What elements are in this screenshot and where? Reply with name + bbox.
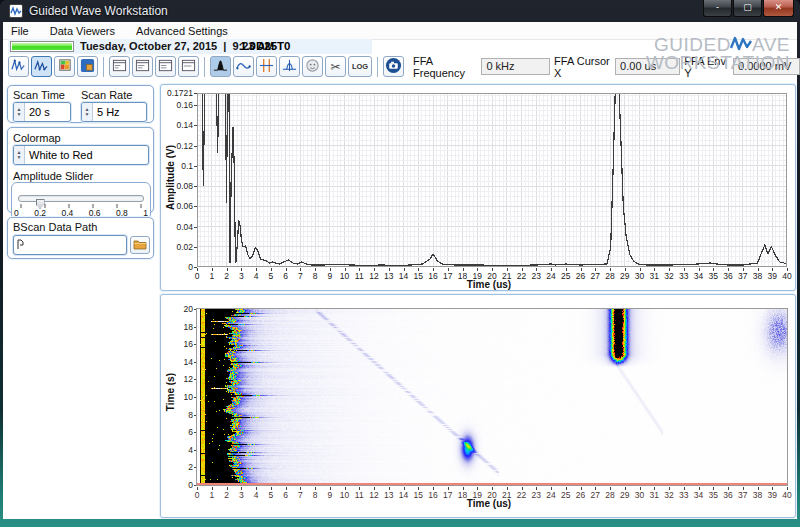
sound-face-button[interactable] [302, 56, 323, 77]
peak-view-button[interactable] [210, 56, 231, 77]
x-tick-label: 39 [764, 271, 780, 281]
x-tick-label: 9 [322, 490, 338, 500]
x-tick-label: 4 [248, 490, 264, 500]
x-tick-label: 33 [676, 271, 692, 281]
y-tick-label: 4 [175, 445, 193, 455]
waveform-points-button[interactable] [8, 56, 29, 77]
face-icon [305, 58, 320, 76]
y-tick-label: 0.1721 [161, 88, 193, 98]
spinner-arrows-icon[interactable]: ▲▼ [14, 146, 25, 164]
scan-rate-label: Scan Rate [81, 89, 132, 101]
y-tick-label: 8 [175, 410, 193, 420]
x-tick-label: 0 [189, 490, 205, 500]
envelope-icon [236, 58, 251, 76]
x-tick-label: 25 [558, 490, 574, 500]
x-tick-label: 11 [351, 490, 367, 500]
y-tick-label: 12 [175, 374, 193, 384]
window-int-button[interactable] [132, 56, 153, 77]
close-button[interactable]: ✕ [763, 0, 794, 17]
x-tick-label: 6 [278, 271, 294, 281]
colormap-chart-button[interactable] [54, 56, 75, 77]
slider-track[interactable] [18, 195, 144, 202]
envelope-view-button[interactable] [233, 56, 254, 77]
window-title: Guided Wave Workstation [29, 4, 168, 18]
x-tick-label: 3 [233, 490, 249, 500]
x-tick-label: 8 [307, 490, 323, 500]
toolbar-separator [377, 57, 378, 77]
x-tick-label: 35 [705, 271, 721, 281]
bscan-path-input[interactable] [13, 235, 127, 255]
scan-time-spinner[interactable]: ▲▼ 20 s [13, 102, 71, 122]
cursors-button[interactable] [256, 56, 277, 77]
y-tick-label: 10 [175, 392, 193, 402]
x-tick-label: 5 [263, 271, 279, 281]
y-tick-label: 0.14 [161, 120, 193, 130]
ascan-chart: Amplitude (V) 00.020.040.060.080.10.120.… [160, 84, 796, 291]
ffa-frequency-value[interactable]: 0 kHz [481, 58, 550, 75]
folder-icon [133, 238, 147, 253]
x-tick-label: 14 [396, 490, 412, 500]
x-tick-label: 38 [750, 271, 766, 281]
display-settings-group: Colormap ▲▼ White to Red Amplitude Slide… [7, 127, 154, 213]
window-int-icon [135, 58, 150, 76]
y-tick-label: 20 [175, 304, 193, 314]
log-button[interactable]: LOG [348, 56, 372, 77]
window-bsc-button[interactable] [178, 56, 199, 77]
spinner-arrows-icon[interactable]: ▲▼ [82, 103, 93, 121]
x-tick-label: 12 [366, 490, 382, 500]
y-tick-label: 14 [175, 357, 193, 367]
x-tick-label: 28 [602, 271, 618, 281]
ascan-y-axis-title: Amplitude (V) [165, 145, 176, 210]
logo-wave-icon [730, 36, 753, 54]
scissors-button[interactable]: ✂ [325, 56, 346, 77]
x-tick-label: 26 [573, 271, 589, 281]
x-tick-label: 4 [248, 271, 264, 281]
plot-cursor-button[interactable] [279, 56, 300, 77]
path-glyph-icon [17, 236, 25, 254]
bscan-plot-area[interactable] [196, 308, 788, 486]
x-tick-label: 38 [750, 490, 766, 500]
menu-file[interactable]: File [3, 22, 38, 40]
y-tick-label: 0 [175, 480, 193, 490]
amplitude-slider[interactable]: 00.20.40.60.81 [11, 182, 151, 220]
scan-settings-group: Scan Time Scan Rate ▲▼ 20 s ▲▼ 5 Hz [7, 85, 154, 123]
data-folder-button[interactable] [77, 56, 98, 77]
ffa-cursor-x-label: FFA Cursor X [554, 55, 611, 79]
x-tick-label: 5 [263, 490, 279, 500]
scan-rate-spinner[interactable]: ▲▼ 5 Hz [81, 102, 147, 122]
x-tick-label: 15 [410, 271, 426, 281]
colormap-chart-icon [57, 58, 72, 76]
x-tick-label: 27 [587, 490, 603, 500]
x-tick-label: 34 [691, 271, 707, 281]
x-tick-label: 6 [278, 490, 294, 500]
toolbar-separator [204, 57, 205, 77]
x-tick-label: 29 [617, 271, 633, 281]
maximize-button[interactable]: ▢ [733, 0, 762, 17]
window-dya-button[interactable] [155, 56, 176, 77]
ascan-plot-area[interactable] [197, 93, 787, 267]
cursors-icon [259, 58, 274, 76]
titlebar[interactable]: Guided Wave Workstation - ▢ ✕ [0, 0, 800, 22]
scan-time-label: Scan Time [13, 89, 65, 101]
x-tick-label: 29 [617, 490, 633, 500]
waveform-alt-icon [34, 58, 49, 76]
brand-logo: GUIDEDAVE WORKSTATION [646, 36, 790, 72]
bscan-canvas[interactable] [197, 309, 787, 485]
waveform-icon [11, 58, 26, 76]
spinner-arrows-icon[interactable]: ▲▼ [14, 103, 25, 121]
minimize-button[interactable]: - [703, 0, 732, 17]
bscan-path-label: BScan Data Path [13, 221, 97, 233]
x-tick-label: 36 [720, 271, 736, 281]
colormap-selector[interactable]: ▲▼ White to Red [13, 145, 149, 165]
x-tick-label: 15 [410, 490, 426, 500]
menu-data-viewers[interactable]: Data Viewers [41, 22, 124, 40]
x-tick-label: 36 [720, 490, 736, 500]
browse-folder-button[interactable] [130, 236, 150, 254]
x-tick-label: 3 [233, 271, 249, 281]
menu-advanced-settings[interactable]: Advanced Settings [127, 22, 237, 40]
x-tick-label: 34 [691, 490, 707, 500]
window-tw-button[interactable] [109, 56, 130, 77]
x-tick-label: 31 [646, 271, 662, 281]
waveform-points-alt-button[interactable] [31, 56, 52, 77]
snapshot-button[interactable] [383, 56, 404, 77]
